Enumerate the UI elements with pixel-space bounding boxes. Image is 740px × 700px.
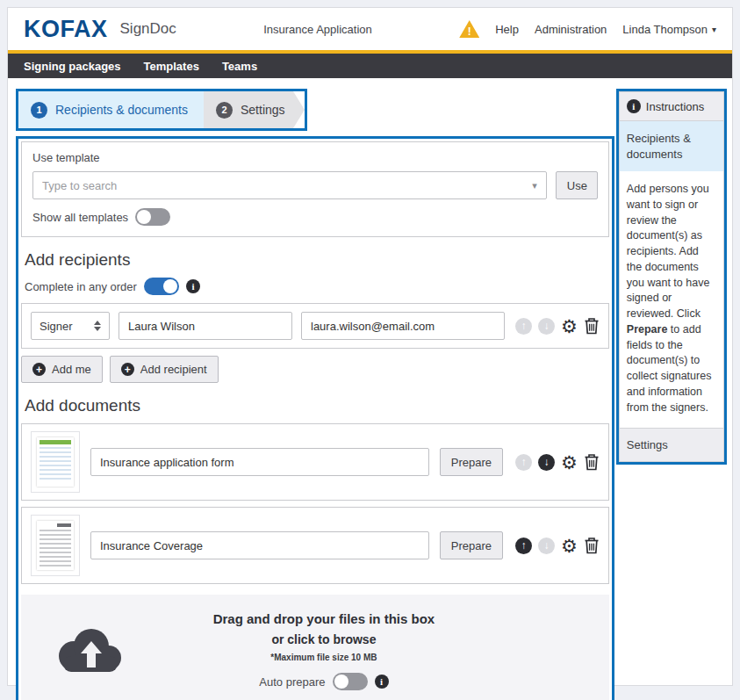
instructions-text-bold: Prepare xyxy=(627,323,668,336)
document-title-input[interactable] xyxy=(90,448,429,476)
add-me-label: Add me xyxy=(52,363,91,376)
step-1-label: Recipients & documents xyxy=(55,103,188,117)
move-up-icon: ↑ xyxy=(515,318,532,335)
step-2-label: Settings xyxy=(241,103,285,117)
move-up-icon[interactable]: ↑ xyxy=(515,538,532,554)
document-row: Prepare ↑ ↓ ⚙ xyxy=(21,507,609,584)
header-actions: ! Help Administration Linda Thompson ▾ xyxy=(459,20,716,38)
administration-link[interactable]: Administration xyxy=(535,23,607,36)
gear-icon[interactable]: ⚙ xyxy=(561,537,578,555)
plus-icon: + xyxy=(121,363,134,376)
select-spinner-icon xyxy=(94,321,101,331)
add-recipient-button[interactable]: + Add recipient xyxy=(110,356,219,383)
use-template-panel: Use template ▾ Use Show all templates xyxy=(21,141,609,237)
recipient-role-value: Signer xyxy=(40,320,73,333)
nav-item-teams[interactable]: Teams xyxy=(222,60,257,73)
instructions-body: Add persons you want to sign or review t… xyxy=(620,171,723,428)
document-row: Prepare ↑ ↓ ⚙ xyxy=(21,423,609,501)
show-all-templates-label: Show all templates xyxy=(32,211,128,224)
recipient-email-input[interactable] xyxy=(301,312,505,340)
dropzone-max-size-note: *Maximum file size 10 MB xyxy=(151,653,497,662)
template-search-input[interactable] xyxy=(42,179,532,192)
document-thumbnail[interactable] xyxy=(31,515,80,576)
cloud-upload-icon xyxy=(51,621,128,682)
use-template-button[interactable]: Use xyxy=(556,171,598,199)
trash-icon[interactable] xyxy=(584,453,600,471)
file-dropzone[interactable]: Drag and drop your files in this box or … xyxy=(21,595,609,700)
trash-icon[interactable] xyxy=(584,317,600,335)
use-template-label: Use template xyxy=(32,151,598,164)
move-up-icon: ↑ xyxy=(515,454,532,471)
warning-exclamation: ! xyxy=(468,26,471,38)
add-recipient-label: Add recipient xyxy=(140,363,207,376)
move-down-icon[interactable]: ↓ xyxy=(538,454,555,471)
app-header: KOFAX SignDoc Insurance Application ! He… xyxy=(8,8,732,50)
add-me-button[interactable]: + Add me xyxy=(21,356,103,383)
move-down-icon: ↓ xyxy=(538,538,555,554)
instructions-header: i Instructions xyxy=(620,92,723,121)
step-1-badge: 1 xyxy=(31,102,47,119)
warning-triangle-icon[interactable]: ! xyxy=(459,20,479,38)
dropzone-line1: Drag and drop your files in this box xyxy=(151,611,497,626)
combobox-caret-icon[interactable]: ▾ xyxy=(532,180,537,191)
gear-icon[interactable]: ⚙ xyxy=(561,317,578,336)
complete-any-order-label: Complete in any order xyxy=(25,280,137,293)
help-link[interactable]: Help xyxy=(495,23,519,36)
step-2-badge: 2 xyxy=(216,102,233,119)
plus-icon: + xyxy=(32,363,46,376)
main-column: 1 Recipients & documents 2 Settings Use … xyxy=(16,89,614,700)
app-window: KOFAX SignDoc Insurance Application ! He… xyxy=(7,7,733,686)
trash-icon[interactable] xyxy=(584,537,600,554)
sidebar-item-settings[interactable]: Settings xyxy=(620,428,723,461)
package-form: Use template ▾ Use Show all templates xyxy=(16,136,614,700)
template-search-combobox[interactable]: ▾ xyxy=(32,171,547,199)
auto-prepare-toggle[interactable] xyxy=(333,673,368,690)
kofax-logo: KOFAX xyxy=(24,16,108,43)
add-recipients-heading: Add recipients xyxy=(25,250,606,270)
auto-prepare-label: Auto prepare xyxy=(259,675,325,689)
recipient-role-select[interactable]: Signer xyxy=(31,312,110,340)
user-menu[interactable]: Linda Thompson ▾ xyxy=(622,23,716,36)
signing-package-title: Insurance Application xyxy=(176,23,459,36)
document-title-input[interactable] xyxy=(90,531,429,559)
instructions-text-2: to add fields to the document(s) to coll… xyxy=(627,323,712,414)
chevron-down-icon: ▾ xyxy=(712,25,716,34)
prepare-button[interactable]: Prepare xyxy=(440,531,503,559)
recipient-row: Signer ↑ ↓ ⚙ xyxy=(21,303,609,349)
recipient-name-input[interactable] xyxy=(119,312,292,340)
prepare-button[interactable]: Prepare xyxy=(440,448,503,476)
instructions-text-1: Add persons you want to sign or review t… xyxy=(627,183,710,320)
move-down-icon: ↓ xyxy=(538,318,555,335)
user-name: Linda Thompson xyxy=(622,23,708,36)
complete-any-order-toggle[interactable] xyxy=(144,278,179,295)
tab-settings[interactable]: 2 Settings xyxy=(204,91,305,128)
wizard-steps: 1 Recipients & documents 2 Settings xyxy=(16,89,307,131)
add-documents-heading: Add documents xyxy=(25,396,606,415)
main-navbar: Signing packages Templates Teams xyxy=(8,54,732,78)
sidebar-item-recipients-documents[interactable]: Recipients & documents xyxy=(620,121,723,171)
instructions-title: Instructions xyxy=(646,100,704,113)
instructions-sidebar: i Instructions Recipients & documents Ad… xyxy=(616,89,727,465)
info-icon[interactable]: i xyxy=(186,279,200,293)
info-icon[interactable]: i xyxy=(375,675,389,689)
show-all-templates-toggle[interactable] xyxy=(135,208,170,226)
content-area: 1 Recipients & documents 2 Settings Use … xyxy=(8,78,732,700)
tab-recipients-documents[interactable]: 1 Recipients & documents xyxy=(18,91,204,128)
product-name: SignDoc xyxy=(120,20,176,38)
dropzone-line2: or click to browse xyxy=(151,632,497,646)
document-thumbnail[interactable] xyxy=(31,431,80,493)
nav-item-signing-packages[interactable]: Signing packages xyxy=(24,60,121,73)
nav-item-templates[interactable]: Templates xyxy=(144,60,199,73)
gear-icon[interactable]: ⚙ xyxy=(561,453,578,472)
info-icon: i xyxy=(627,99,641,113)
